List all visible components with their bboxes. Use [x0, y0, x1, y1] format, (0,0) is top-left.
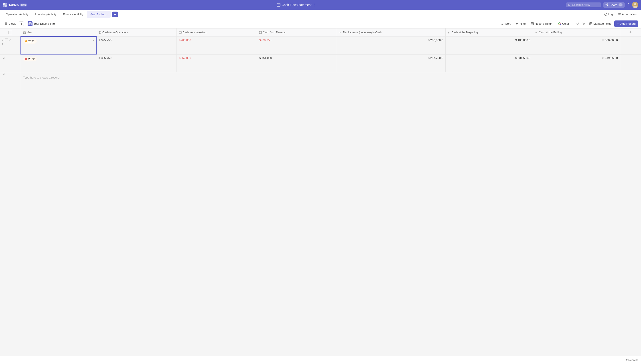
record-height-icon: [531, 22, 534, 25]
help-button[interactable]: ?: [626, 2, 630, 8]
cash-inv-col-icon: [179, 31, 182, 34]
row2-cash-beg-value: $ 331,500.0: [515, 56, 530, 60]
row2-year-cell[interactable]: 2022: [21, 54, 96, 72]
header-year: Year: [21, 28, 96, 36]
tab-bar: Operating Activity Investing Activity Fi…: [0, 10, 641, 19]
cash-beg-col-icon: $: [448, 31, 450, 34]
svg-text:$: $: [448, 31, 449, 34]
header-cash-end: f x Cash at the Ending: [533, 28, 620, 36]
row2-cash-inv-cell[interactable]: $ -62,000: [176, 54, 256, 72]
svg-point-10: [606, 4, 606, 5]
row1-cash-beg-cell[interactable]: $ 100,000.0: [446, 36, 533, 54]
svg-rect-23: [5, 22, 6, 24]
row2-cash-end-value: $ 619,250.0: [602, 56, 618, 60]
manage-fields-label: Manage fields: [593, 22, 612, 25]
create-row-num-label: 3: [0, 72, 21, 76]
automation-button[interactable]: Automation: [616, 12, 638, 17]
redo-button[interactable]: ↻: [581, 21, 586, 27]
app-name: Tables: [8, 3, 19, 7]
undo-redo-controls: ↺ ↻: [575, 21, 586, 27]
add-record-label: Add Record: [620, 22, 636, 25]
row1-year-dropdown[interactable]: ▾: [93, 39, 94, 42]
row1-net-cell[interactable]: $ 200,000.0: [337, 36, 446, 54]
app-logo: Tables Beta: [3, 3, 27, 7]
row2-cash-ops-cell[interactable]: $ 395,750: [96, 54, 176, 72]
tab-year-ending[interactable]: Year Ending ▾: [87, 11, 111, 18]
tab-finance-activity[interactable]: Finance Activity: [60, 11, 86, 18]
row1-cash-inv-cell[interactable]: $ -60,000: [176, 36, 256, 54]
svg-rect-0: [3, 3, 5, 5]
header-net-label: Net Increase (decrease) in Cash: [343, 31, 382, 34]
log-button[interactable]: Log: [602, 12, 615, 17]
avatar[interactable]: [632, 2, 638, 8]
row1-year-tag: 2021: [23, 39, 37, 44]
row2-cash-fin-cell[interactable]: $ 151,000: [256, 54, 337, 72]
header-checkbox[interactable]: [8, 31, 12, 34]
search-box[interactable]: Search in View: [566, 2, 602, 7]
color-icon: [558, 22, 561, 25]
row1-checkbox[interactable]: [5, 38, 8, 42]
row2-year-tag: 2022: [23, 57, 37, 62]
beta-badge: Beta: [20, 4, 27, 6]
row2-cash-ops-value: $ 395,750: [98, 56, 112, 60]
svg-line-20: [606, 14, 606, 15]
view-more-button[interactable]: ⋯: [56, 22, 60, 26]
search-placeholder: Search in View: [572, 3, 590, 6]
table-row: 2 2022 $ 395,750: [0, 54, 641, 72]
app-logo-icon: [3, 3, 7, 7]
title-more-icon[interactable]: ⋮: [313, 3, 316, 7]
svg-rect-41: [23, 32, 26, 34]
filter-button[interactable]: Filter: [514, 21, 528, 26]
bottom-add-label: + 5: [4, 359, 8, 362]
color-button[interactable]: Color: [556, 21, 571, 26]
manage-fields-icon: [589, 22, 592, 25]
add-bottom-button[interactable]: + 5: [3, 358, 10, 363]
share-button[interactable]: Share 2: [603, 2, 625, 8]
row2-cash-end-cell[interactable]: $ 619,250.0: [533, 54, 620, 72]
create-record-row[interactable]: 3 Type here to create a record: [0, 72, 641, 90]
cash-fin-col-icon: [259, 31, 262, 34]
toolbar: Views + Year Ending Info ⋯ Sort: [0, 19, 641, 28]
manage-fields-button[interactable]: Manage fields: [587, 21, 614, 26]
row2-net-cell[interactable]: $ 287,750.0: [337, 54, 446, 72]
filter-label: Filter: [520, 22, 526, 25]
tab-investing-activity[interactable]: Investing Activity: [32, 11, 60, 18]
row1-cash-fin-cell[interactable]: $ -29,250: [256, 36, 337, 54]
header-add-field[interactable]: +: [620, 28, 641, 36]
add-view-button[interactable]: +: [19, 21, 24, 26]
add-field-button[interactable]: +: [630, 30, 632, 35]
row1-year-cell[interactable]: 2021 ▾: [21, 36, 96, 54]
svg-point-16: [634, 3, 636, 5]
header-cash-inv-label: Cash from Investing: [183, 31, 206, 34]
svg-rect-4: [277, 3, 280, 6]
svg-point-11: [608, 4, 608, 4]
row1-cash-ops-cell[interactable]: $ 325,750: [96, 36, 176, 54]
sort-button[interactable]: Sort: [499, 21, 512, 26]
add-record-button[interactable]: + Add Record: [614, 20, 638, 27]
nav-title-area: Cash Flow Statement ⋮: [29, 3, 564, 7]
table-row: ⠿ ⤢ 1 2021 ▾: [0, 36, 641, 54]
row2-extra-cell: [620, 54, 641, 72]
current-view-icon: [28, 21, 32, 26]
add-tab-button[interactable]: +: [112, 12, 118, 17]
tab-right-buttons: Log Automation: [602, 12, 638, 17]
row1-cash-fin-value: $ -29,250: [259, 38, 271, 42]
svg-rect-2: [3, 5, 5, 7]
top-nav: Tables Beta Cash Flow Statement ⋮ Search…: [0, 0, 641, 10]
views-icon: [4, 22, 8, 25]
row1-extra-cell: [620, 36, 641, 54]
record-height-button[interactable]: Record Height: [529, 21, 555, 26]
svg-rect-34: [531, 22, 534, 25]
undo-button[interactable]: ↺: [575, 21, 580, 27]
row1-expand-icon[interactable]: ⤢: [9, 38, 11, 42]
cash-ops-col-icon: [98, 31, 101, 34]
row1-cash-end-cell[interactable]: $ 300,000.0: [533, 36, 620, 54]
data-table: Year Cash from Operations: [0, 28, 641, 90]
row2-cash-beg-cell[interactable]: $ 331,500.0: [446, 54, 533, 72]
svg-line-14: [606, 5, 608, 6]
net-increase-col-icon: f x: [339, 31, 342, 34]
tab-operating-activity[interactable]: Operating Activity: [3, 11, 32, 18]
create-row-placeholder-cell[interactable]: Type here to create a record: [21, 72, 641, 90]
create-record-placeholder[interactable]: Type here to create a record: [21, 72, 641, 83]
views-button[interactable]: Views: [3, 21, 18, 26]
